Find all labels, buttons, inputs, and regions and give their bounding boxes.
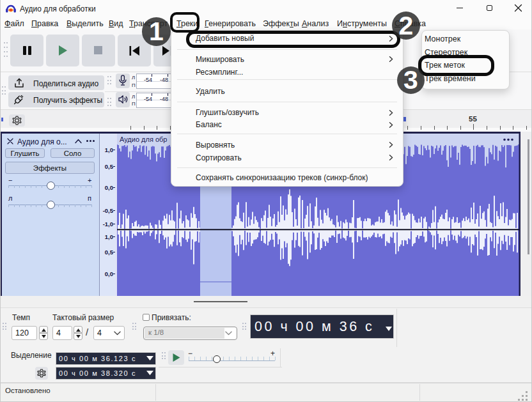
svg-text:Аудио для обр: Аудио для обр xyxy=(120,135,167,143)
